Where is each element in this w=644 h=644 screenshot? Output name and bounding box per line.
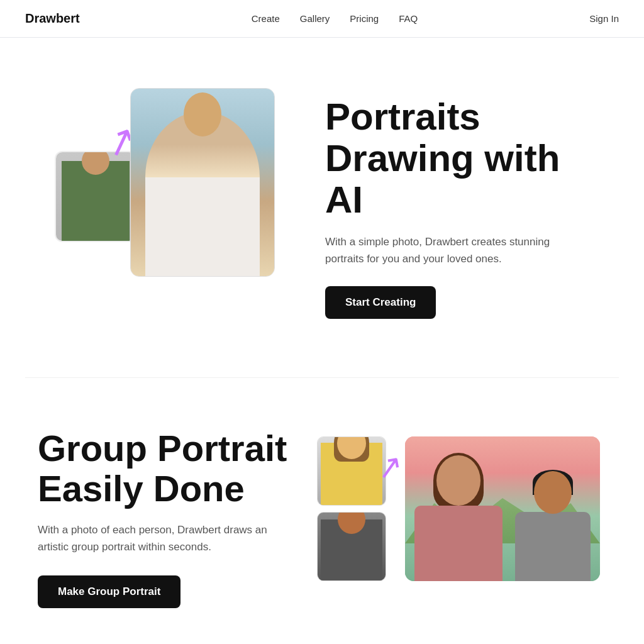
hero-portrait-result bbox=[130, 88, 275, 277]
hero-section: ↗ Portraits Drawing with AI With a simpl… bbox=[0, 38, 644, 377]
hero-content: Portraits Drawing with AI With a simple … bbox=[325, 96, 589, 319]
hero-original-photo bbox=[55, 151, 136, 242]
group-title: Group Portrait Easily Done bbox=[38, 428, 292, 509]
hero-title: Portraits Drawing with AI bbox=[325, 96, 589, 221]
signin-button[interactable]: Sign In bbox=[589, 13, 619, 24]
navbar: Drawbert Create Gallery Pricing FAQ Sign… bbox=[0, 0, 644, 38]
group-description: With a photo of each person, Drawbert dr… bbox=[38, 521, 292, 555]
group-portrait-people bbox=[405, 436, 600, 581]
hero-images: ↗ bbox=[55, 88, 287, 327]
source-photo-1 bbox=[317, 436, 386, 506]
nav-pricing[interactable]: Pricing bbox=[350, 13, 379, 24]
source-photo-2 bbox=[317, 512, 386, 581]
nav-gallery[interactable]: Gallery bbox=[300, 13, 330, 24]
hero-description: With a simple photo, Drawbert creates st… bbox=[325, 233, 589, 267]
nav-faq[interactable]: FAQ bbox=[399, 13, 418, 24]
group-portrait-result bbox=[405, 436, 600, 581]
group-images: ↗ bbox=[317, 436, 606, 600]
nav-links: Create Gallery Pricing FAQ bbox=[252, 13, 418, 24]
group-section: Group Portrait Easily Done With a photo … bbox=[0, 378, 644, 644]
nav-create[interactable]: Create bbox=[252, 13, 280, 24]
logo[interactable]: Drawbert bbox=[25, 11, 80, 26]
group-transform-arrow-icon: ↗ bbox=[374, 447, 406, 487]
group-content: Group Portrait Easily Done With a photo … bbox=[38, 428, 292, 608]
group-portrait-man bbox=[512, 465, 594, 581]
group-portrait-woman bbox=[411, 455, 506, 581]
make-group-portrait-button[interactable]: Make Group Portrait bbox=[38, 575, 180, 608]
start-creating-button[interactable]: Start Creating bbox=[325, 286, 436, 319]
